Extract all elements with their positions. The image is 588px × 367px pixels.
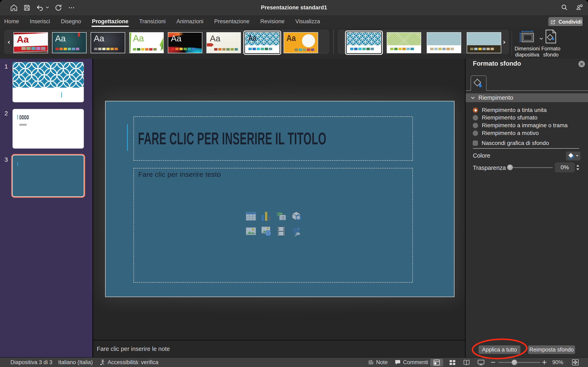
comments-toggle[interactable]: Commenti (394, 358, 428, 367)
slide-thumbnail-3-selected[interactable]: 3 (0, 155, 92, 196)
apply-all-button[interactable]: Applica a tutto (479, 345, 520, 354)
decoration: sfondo (543, 52, 558, 58)
color-chip (226, 48, 230, 50)
variant-thumbnail-circles-selected[interactable] (347, 32, 381, 53)
stock-image-icon[interactable] (291, 226, 302, 236)
video-icon[interactable] (276, 226, 286, 236)
tab-home[interactable]: Home (4, 15, 19, 27)
slide-canvas[interactable]: FARE CLIC PER INSERIRE IL TITOLO Fare cl… (105, 101, 454, 297)
search-icon[interactable] (561, 4, 568, 12)
color-chip (390, 48, 393, 50)
format-background-button[interactable]: Formatosfondo (541, 29, 561, 58)
color-chip (269, 48, 272, 50)
zoom-out-button[interactable] (490, 358, 496, 367)
fill-section-header[interactable]: Riempimento (466, 93, 588, 102)
online-picture-icon[interactable] (261, 226, 271, 236)
color-label: Colore (473, 152, 490, 159)
reset-background-button[interactable]: Reimposta sfondo (528, 345, 575, 354)
fill-tab[interactable] (471, 75, 486, 91)
share-icon (550, 19, 556, 25)
notes-pane[interactable]: Fare clic per inserire le note (93, 340, 465, 357)
hide-background-checkbox[interactable]: Nascondi grafica di sfondo (473, 140, 549, 146)
tab-transizioni[interactable]: Transizioni (139, 15, 166, 27)
ribbon-gallery-row: ‹ Aa Aa Aa (0, 27, 588, 59)
picture-icon[interactable] (246, 226, 256, 236)
zoom-in-button[interactable] (542, 358, 547, 367)
close-icon[interactable] (579, 61, 585, 67)
radio-picture-fill[interactable]: Riempimento a immagine o trama (473, 122, 568, 128)
tab-presentazione[interactable]: Presentazione (214, 15, 250, 27)
comments-icon (394, 359, 401, 365)
variant-thumbnail-green-pattern[interactable] (387, 32, 421, 53)
separator (473, 148, 579, 149)
reading-view-button[interactable] (460, 359, 473, 366)
share-button[interactable]: Condividi (548, 17, 584, 27)
radio-pattern-fill[interactable]: Riempimento a motivo (473, 130, 539, 136)
color-chip (394, 48, 398, 50)
tab-inserisci[interactable]: Inserisci (30, 15, 50, 27)
slide-size-button[interactable]: Dimensionidiapositiva (515, 29, 539, 58)
color-chip (257, 48, 260, 50)
decoration: Dimensionidiapositiva (515, 45, 540, 58)
slideshow-view-button[interactable] (475, 359, 488, 366)
theme-thumbnail-ion-teal[interactable]: Aa (52, 32, 86, 53)
transparency-stepper[interactable] (576, 162, 580, 172)
slide-sorter-view-button[interactable] (446, 359, 459, 366)
color-chip (192, 48, 195, 50)
color-chip (261, 48, 264, 50)
decoration (78, 33, 80, 37)
tab-visualizza[interactable]: Visualizza (295, 15, 320, 27)
language-status[interactable]: Italiano (Italia) (58, 358, 93, 367)
accessibility-status[interactable]: Accessibilità: verifica (99, 358, 158, 367)
normal-view-button[interactable] (430, 359, 443, 366)
color-picker-button[interactable] (566, 151, 580, 160)
theme-aa-sample: Aa (248, 34, 256, 42)
radio-gradient-fill[interactable]: Riempimento sfumato (473, 115, 537, 121)
ribbon-tabs: Home Inserisci Disegno Progettazione Tra… (0, 15, 588, 27)
theme-thumbnail-brick-red[interactable]: Aa (13, 32, 48, 53)
gallery-scroll-right-icon[interactable]: › (503, 30, 506, 54)
color-chip (36, 47, 40, 50)
color-chip (486, 48, 490, 50)
theme-thumbnail-dark-gray[interactable]: Aa (91, 32, 125, 53)
fill-color-icon (568, 153, 575, 159)
zoom-level[interactable]: 90% (552, 358, 563, 367)
3d-model-icon[interactable] (291, 211, 302, 222)
transparency-slider-knob[interactable] (507, 165, 513, 170)
zoom-slider-knob[interactable] (512, 360, 517, 365)
tab-revisione[interactable]: Revisione (260, 15, 285, 27)
variant-thumbnail-light-blue[interactable] (427, 32, 461, 53)
fit-slide-button[interactable] (572, 358, 579, 367)
theme-thumbnail-cream-badge[interactable]: Aa (207, 32, 241, 53)
format-background-icon (545, 30, 557, 43)
slide-thumbnail-1[interactable]: 1 (0, 62, 92, 102)
decoration: Dimensioni (515, 46, 540, 51)
transparency-value[interactable]: 0% (555, 162, 575, 172)
theme-thumbnail-orange-badge[interactable]: Aa (284, 32, 318, 53)
theme-thumbnail-circles-blue-selected[interactable]: Aa (245, 32, 279, 53)
smartart-icon[interactable] (276, 211, 286, 222)
zoom-slider-track[interactable] (498, 362, 540, 363)
slide-counter[interactable]: Diapositiva 3 di 3 (10, 358, 52, 367)
theme-thumbnail-facet-green[interactable]: Aa (129, 32, 164, 53)
notes-toggle[interactable]: Note (368, 358, 388, 367)
gallery-scroll-left-icon[interactable]: ‹ (7, 30, 10, 54)
tab-progettazione[interactable]: Progettazione (92, 15, 129, 27)
slide-thumbnail-2[interactable]: 2 DDDD ddddd (0, 109, 92, 149)
titlebar: Presentazione standard1 (0, 0, 588, 15)
tab-disegno[interactable]: Disegno (61, 15, 81, 27)
color-chip (31, 47, 35, 50)
slide-size-icon (519, 30, 535, 43)
radio-solid-fill[interactable]: Riempimento a tinta unita (473, 107, 547, 113)
variant-thumbnail-dark-band[interactable] (467, 32, 501, 53)
transparency-slider-track[interactable] (508, 167, 553, 168)
tab-animazioni[interactable]: Animazioni (176, 15, 203, 27)
title-placeholder[interactable]: FARE CLIC PER INSERIRE IL TITOLO (134, 117, 413, 161)
color-chip (175, 48, 179, 50)
body-placeholder[interactable]: Fare clic per inserire testo (134, 168, 413, 283)
notes-placeholder: Fare clic per inserire le note (97, 346, 170, 352)
chart-icon[interactable] (261, 211, 271, 222)
table-icon[interactable] (246, 211, 256, 222)
theme-thumbnail-black-flame[interactable]: Aa (168, 32, 202, 53)
people-feedback-icon[interactable] (575, 3, 584, 12)
